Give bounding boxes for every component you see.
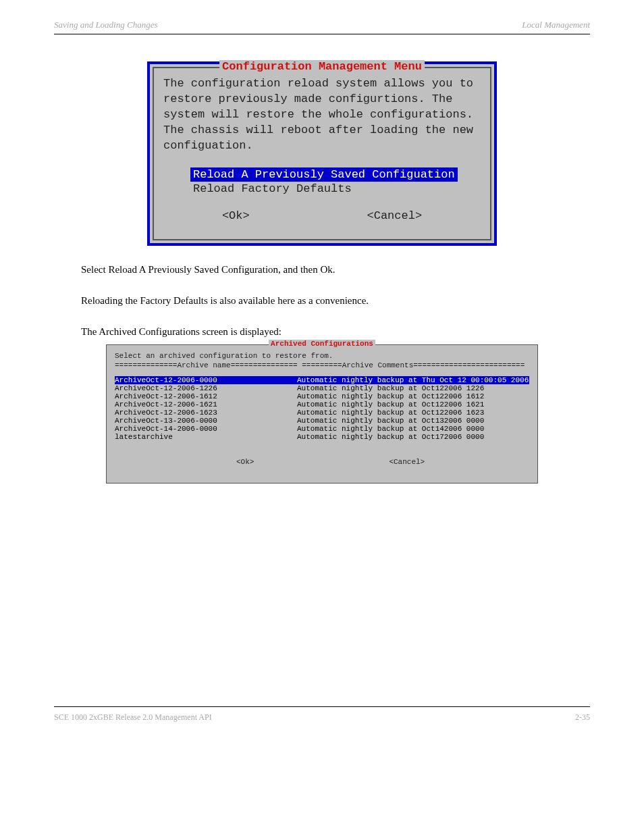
archive-row[interactable]: ArchiveOct-12-2006-1621Automatic nightly… bbox=[115, 400, 529, 409]
archive-row[interactable]: ArchiveOct-13-2006-0000Automatic nightly… bbox=[115, 417, 529, 425]
dialog-title: Configuration Management Menu bbox=[219, 60, 425, 73]
archive-name: ArchiveOct-12-2006-0000 bbox=[115, 376, 297, 384]
menu-item-factory-defaults[interactable]: Reload Factory Defaults bbox=[190, 182, 354, 196]
archive-name: ArchiveOct-14-2006-0000 bbox=[115, 425, 297, 433]
ok-button[interactable]: <Ok> bbox=[222, 209, 250, 222]
header-left: Saving and Loading Changes bbox=[54, 20, 157, 30]
header-right: Local Management bbox=[522, 20, 590, 30]
page-footer: SCE 1000 2xGBE Release 2.0 Management AP… bbox=[54, 706, 590, 723]
archive-cancel-button[interactable]: <Cancel> bbox=[389, 458, 425, 466]
archive-comment: Automatic nightly backup at Oct142006 00… bbox=[297, 425, 529, 433]
archive-row[interactable]: ArchiveOct-12-2006-0000Automatic nightly… bbox=[115, 376, 529, 384]
archive-row[interactable]: ArchiveOct-14-2006-0000Automatic nightly… bbox=[115, 425, 529, 433]
archive-comment: Automatic nightly backup at Oct132006 00… bbox=[297, 417, 529, 425]
instruction-select-reload: Select Reload A Previously Saved Configu… bbox=[81, 263, 590, 277]
archive-comment: Automatic nightly backup at Oct122006 12… bbox=[297, 384, 529, 392]
instruction-factory-defaults: Reloading the Factory Defaults is also a… bbox=[81, 294, 590, 308]
archive-row[interactable]: latestarchiveAutomatic nightly backup at… bbox=[115, 433, 529, 441]
archive-comment: Automatic nightly backup at Thu Oct 12 0… bbox=[297, 376, 529, 384]
archive-dialog-title: Archived Configurations bbox=[269, 340, 375, 348]
archive-row[interactable]: ArchiveOct-12-2006-1226Automatic nightly… bbox=[115, 384, 529, 392]
footer-left: SCE 1000 2xGBE Release 2.0 Management AP… bbox=[54, 712, 212, 723]
archive-name: ArchiveOct-12-2006-1612 bbox=[115, 392, 297, 400]
archive-name: ArchiveOct-12-2006-1226 bbox=[115, 384, 297, 392]
archive-dialog-desc: Select an archived configuration to rest… bbox=[115, 352, 529, 360]
archive-row[interactable]: ArchiveOct-12-2006-1612Automatic nightly… bbox=[115, 392, 529, 400]
archive-ok-button[interactable]: <Ok> bbox=[236, 458, 254, 466]
dialog-description: The configuration reload system allows y… bbox=[163, 76, 481, 154]
archive-comment: Automatic nightly backup at Oct122006 16… bbox=[297, 392, 529, 400]
archive-comment: Automatic nightly backup at Oct172006 00… bbox=[297, 433, 529, 441]
menu-item-reload-saved[interactable]: Reload A Previously Saved Configuation bbox=[190, 167, 458, 182]
instruction-archived-screen: The Archived Configurations screen is di… bbox=[81, 325, 590, 339]
archive-name: ArchiveOct-12-2006-1623 bbox=[115, 409, 297, 417]
archive-name: ArchiveOct-13-2006-0000 bbox=[115, 417, 297, 425]
archive-name: latestarchive bbox=[115, 433, 297, 441]
archive-columns-header: ==============Archive name==============… bbox=[115, 361, 529, 369]
menu-options: Reload A Previously Saved Configuation R… bbox=[190, 167, 481, 196]
config-menu-dialog: Configuration Management Menu The config… bbox=[147, 61, 497, 246]
archive-comment: Automatic nightly backup at Oct122006 16… bbox=[297, 400, 529, 409]
archive-row[interactable]: ArchiveOct-12-2006-1623Automatic nightly… bbox=[115, 409, 529, 417]
archive-comment: Automatic nightly backup at Oct122006 16… bbox=[297, 409, 529, 417]
archive-name: ArchiveOct-12-2006-1621 bbox=[115, 400, 297, 409]
archive-list: ArchiveOct-12-2006-0000Automatic nightly… bbox=[115, 376, 529, 441]
footer-right: 2-35 bbox=[575, 712, 590, 723]
archived-configs-dialog: Archived Configurations Select an archiv… bbox=[106, 344, 538, 484]
cancel-button[interactable]: <Cancel> bbox=[367, 209, 422, 222]
